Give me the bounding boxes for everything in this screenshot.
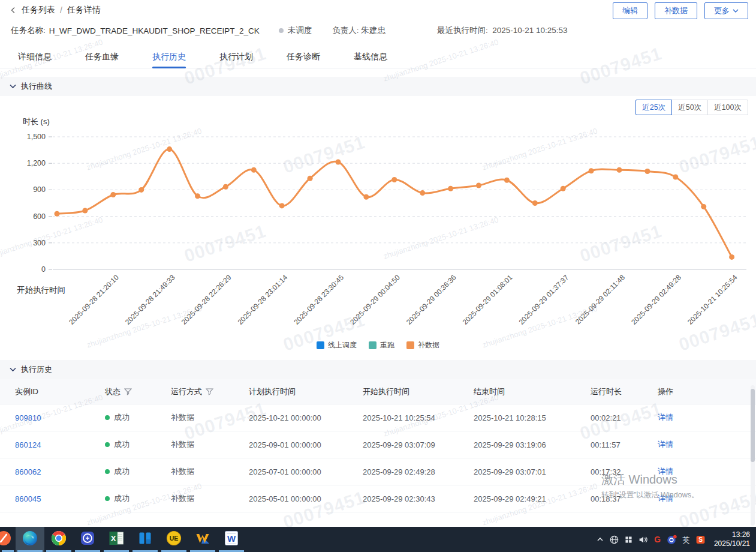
data-point[interactable] [251, 167, 257, 173]
data-point[interactable] [82, 208, 88, 214]
network-globe-icon[interactable] [607, 527, 622, 552]
data-point[interactable] [589, 168, 594, 173]
x-tick-label: 2025-09-28 21:49:33 [124, 273, 177, 326]
ime-label[interactable]: 英 [679, 527, 694, 552]
detail-link[interactable]: 详情 [658, 467, 673, 476]
backfill-button[interactable]: 补数据 [655, 2, 697, 19]
scrollbar-thumb[interactable] [751, 389, 755, 462]
orange-partial-app-taskbar-button[interactable] [0, 527, 16, 552]
breadcrumb-task-detail[interactable]: 任务详情 [67, 5, 101, 16]
table-row: 860062 成功 补数据 2025-07-01 00:00:00 2025-0… [0, 458, 756, 485]
data-point[interactable] [644, 169, 650, 174]
x-tick-label: 2025-09-28 22:26:29 [180, 273, 233, 326]
taskbar-clock[interactable]: 13:26 2025/10/21 [714, 530, 750, 548]
speaker-icon[interactable] [636, 527, 650, 552]
x-tick-label: 2025-09-29 01:08:01 [461, 273, 514, 326]
column-header-3: 计划执行时间 [249, 386, 363, 397]
data-point[interactable] [195, 193, 200, 199]
data-point[interactable] [110, 192, 116, 197]
collapse-chevron-icon[interactable] [10, 367, 16, 372]
data-point[interactable] [476, 183, 481, 188]
status-cell: 成功 [105, 412, 171, 423]
range-button-1[interactable]: 近50次 [671, 100, 708, 115]
chevron-up-icon[interactable] [593, 527, 607, 552]
column-header-2: 运行方式 [171, 386, 249, 397]
edge-taskbar-button[interactable] [16, 527, 44, 552]
legend-item-2[interactable]: 补数据 [406, 340, 439, 350]
data-point[interactable] [336, 160, 341, 165]
system-tray: G英S 13:26 2025/10/21 [593, 527, 756, 552]
word-taskbar-button[interactable]: W [217, 527, 246, 552]
data-point[interactable] [223, 184, 228, 190]
top-bar: 任务列表 / 任务详情 编辑 补数据 更多 [0, 0, 756, 20]
tab-0[interactable]: 详细信息 [18, 47, 52, 68]
filter-icon[interactable] [124, 388, 132, 395]
tab-1[interactable]: 任务血缘 [85, 47, 119, 68]
breadcrumb-task-list[interactable]: 任务列表 [22, 5, 55, 16]
instance-id-link[interactable]: 909810 [15, 413, 105, 422]
edit-button[interactable]: 编辑 [613, 2, 647, 19]
tab-2[interactable]: 执行历史 [152, 47, 186, 68]
detail-link[interactable]: 详情 [658, 494, 673, 503]
filter-icon[interactable] [206, 388, 213, 395]
blue-chat-app-taskbar-button[interactable] [73, 527, 102, 552]
tab-3[interactable]: 执行计划 [219, 47, 253, 68]
data-point[interactable] [308, 176, 313, 181]
detail-link[interactable]: 详情 [658, 413, 673, 422]
data-point[interactable] [138, 187, 144, 193]
range-button-0[interactable]: 近25次 [635, 100, 672, 115]
data-point[interactable] [391, 177, 397, 182]
chrome-taskbar-button[interactable] [44, 527, 73, 552]
curve-section-header: 执行曲线 [0, 77, 756, 96]
more-button[interactable]: 更多 [704, 2, 748, 19]
ultraedit-taskbar-button[interactable]: UE [159, 527, 188, 552]
data-point[interactable] [448, 186, 453, 191]
duration-cell: 00:02:21 [591, 413, 658, 422]
chevron-down-icon [733, 8, 739, 13]
data-point[interactable] [363, 194, 369, 200]
table-row: 860045 成功 补数据 2025-05-01 00:00:00 2025-0… [0, 485, 756, 512]
word-icon: W [223, 530, 240, 549]
plan-time-cell: 2025-10-21 00:00:00 [249, 413, 363, 422]
history-section-title: 执行历史 [21, 364, 52, 375]
y-tick-label: 1,500 [27, 133, 46, 141]
start-time-cell: 2025-09-29 02:30:43 [363, 494, 474, 503]
data-point[interactable] [504, 178, 510, 183]
windows-taskbar: XUEW G英S 13:26 2025/10/21 [0, 527, 756, 552]
wps-icon [194, 530, 211, 549]
data-point[interactable] [279, 203, 285, 208]
data-point[interactable] [729, 254, 734, 260]
sogou-icon[interactable]: S [694, 527, 708, 552]
chevron-left-icon[interactable] [10, 7, 17, 14]
data-point[interactable] [55, 211, 60, 217]
legend-item-1[interactable]: 重跑 [369, 340, 394, 350]
data-point[interactable] [701, 204, 706, 209]
collapse-chevron-icon[interactable] [10, 84, 16, 89]
tab-4[interactable]: 任务诊断 [287, 47, 320, 68]
instance-id-link[interactable]: 860124 [15, 440, 105, 449]
data-point[interactable] [673, 175, 678, 180]
legend-swatch-icon [369, 341, 377, 349]
wps-taskbar-button[interactable] [188, 527, 217, 552]
data-point[interactable] [561, 186, 566, 191]
data-point[interactable] [617, 167, 622, 173]
g-app-icon[interactable]: G [650, 527, 665, 552]
blue-h-app-taskbar-button[interactable] [131, 527, 159, 552]
data-point[interactable] [167, 146, 172, 152]
instance-id-link[interactable]: 860045 [15, 494, 105, 503]
instance-id-link[interactable]: 860062 [15, 467, 105, 476]
duration-cell: 00:17:32 [591, 467, 658, 476]
y-axis-title: 时长 (s) [23, 117, 50, 126]
detail-link[interactable]: 详情 [658, 440, 673, 449]
legend-item-0[interactable]: 线上调度 [317, 340, 357, 350]
y-tick-label: 600 [33, 212, 46, 221]
range-button-2[interactable]: 近100次 [707, 100, 748, 115]
tab-5[interactable]: 基线信息 [354, 47, 387, 68]
excel-taskbar-button[interactable]: X [102, 527, 131, 552]
run-mode-cell: 补数据 [171, 466, 249, 477]
task-name: H_WF_DWD_TRADE_HKAUDIT_SHOP_RECEIPT_2_CK [49, 26, 260, 35]
notification-app-icon[interactable] [665, 527, 679, 552]
data-point[interactable] [420, 190, 425, 196]
data-point[interactable] [532, 200, 538, 206]
windows-icon[interactable] [622, 527, 636, 552]
